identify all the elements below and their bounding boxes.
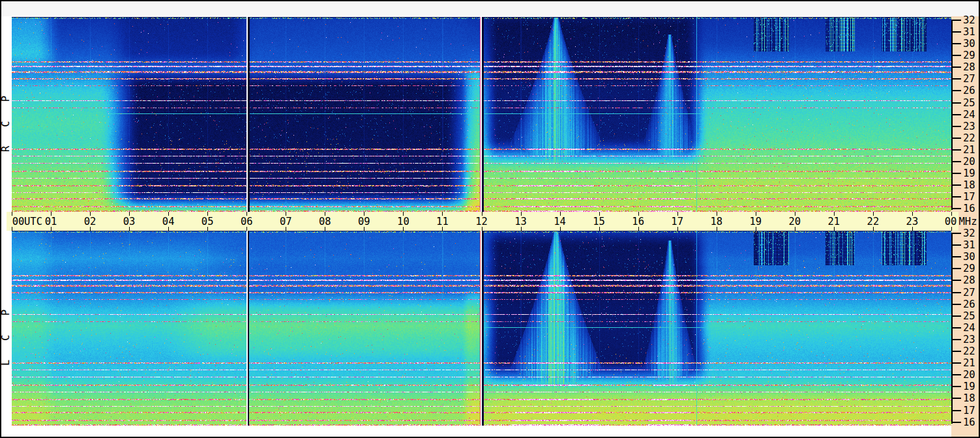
frequency-tick-label: 28 xyxy=(963,61,979,73)
frequency-tick xyxy=(951,244,961,246)
frequency-tick xyxy=(951,233,961,234)
time-tick-label: 14 xyxy=(548,212,572,231)
frequency-tick-label: 19 xyxy=(963,381,979,392)
rcp-polarization-label: RCP xyxy=(1,77,11,152)
frequency-tick-label: 25 xyxy=(963,310,979,322)
time-tick-label: 16 xyxy=(627,212,650,231)
spectrogram-image: AJ4CO Observatory 13 Sep 2023 - DPS on T… xyxy=(0,0,980,438)
frequency-tick xyxy=(951,20,961,21)
time-tick-label: 11 xyxy=(430,212,454,231)
frequency-tick-label: 16 xyxy=(963,203,979,214)
frequency-tick-label: 17 xyxy=(963,405,979,416)
frequency-tick xyxy=(951,304,961,305)
frequency-tick xyxy=(951,161,961,162)
frequency-tick xyxy=(951,43,961,44)
time-tick-label: 04 xyxy=(156,212,180,231)
frequency-tick-label: 22 xyxy=(963,132,979,144)
frequency-tick-label: 31 xyxy=(963,239,979,251)
time-axis: 0001020304050607080910111213141516171819… xyxy=(7,212,958,231)
frequency-tick-label: 22 xyxy=(963,345,979,357)
title-bar: AJ4CO Observatory 13 Sep 2023 - DPS on T… xyxy=(1,1,979,16)
frequency-tick-label: 18 xyxy=(963,392,979,404)
frequency-tick xyxy=(951,351,961,352)
frequency-tick xyxy=(951,339,961,340)
frequency-tick xyxy=(951,386,961,387)
frequency-tick-label: 16 xyxy=(963,416,979,428)
lcp-polarization-label: LCP xyxy=(1,291,11,366)
frequency-tick xyxy=(951,398,961,399)
frequency-tick xyxy=(951,256,961,257)
time-tick-label: 22 xyxy=(861,212,885,231)
frequency-tick-label: 21 xyxy=(963,357,979,369)
time-tick-label: 21 xyxy=(822,212,846,231)
frequency-tick xyxy=(951,327,961,328)
lcp-spectrogram-heatmap xyxy=(12,231,951,426)
frequency-tick xyxy=(951,208,961,209)
frequency-tick-label: 28 xyxy=(963,274,979,286)
frequency-tick-label: 18 xyxy=(963,179,979,191)
frequency-tick xyxy=(951,114,961,115)
frequency-tick xyxy=(951,410,961,411)
frequency-tick xyxy=(951,374,961,375)
frequency-tick-label: 24 xyxy=(963,322,979,334)
time-tick-label: 20 xyxy=(783,212,807,231)
lcp-label-margin: LCP xyxy=(1,231,11,426)
frequency-tick-label: 27 xyxy=(963,73,979,85)
frequency-tick-label: 19 xyxy=(963,168,979,179)
frequency-tick-label: 20 xyxy=(963,369,979,381)
frequency-tick-label: 32 xyxy=(963,227,979,239)
frequency-tick xyxy=(951,280,961,281)
time-tick-label: 09 xyxy=(352,212,376,231)
frequency-tick xyxy=(951,55,961,56)
frequency-tick-label: 21 xyxy=(963,144,979,156)
time-tick-label: 07 xyxy=(274,212,297,231)
time-tick-label: 13 xyxy=(509,212,533,231)
frequency-tick-label: 26 xyxy=(963,85,979,96)
frequency-tick xyxy=(951,196,961,197)
time-tick-label: 10 xyxy=(391,212,415,231)
frequency-tick-label: 31 xyxy=(963,26,979,38)
time-tick-label: 12 xyxy=(470,212,494,231)
frequency-tick-label: 29 xyxy=(963,263,979,274)
time-tick-label: 06 xyxy=(235,212,258,231)
frequency-tick-label: 17 xyxy=(963,191,979,203)
frequency-tick xyxy=(951,138,961,139)
time-tick-label: 18 xyxy=(705,212,728,231)
frequency-tick xyxy=(951,31,961,33)
frequency-tick xyxy=(951,173,961,174)
time-tick-label: 15 xyxy=(587,212,611,231)
frequency-tick xyxy=(951,362,961,364)
frequency-tick xyxy=(951,102,961,104)
frequency-tick-label: 23 xyxy=(963,334,979,345)
time-tick-label: 17 xyxy=(666,212,689,231)
frequency-tick xyxy=(951,78,961,80)
time-tick-label: 05 xyxy=(196,212,219,231)
frequency-tick-label: 30 xyxy=(963,38,979,50)
frequency-tick-label: 25 xyxy=(963,97,979,109)
frequency-tick-label: 24 xyxy=(963,109,979,121)
frequency-tick xyxy=(951,66,961,68)
frequency-tick xyxy=(951,315,961,317)
frequency-tick-label: 20 xyxy=(963,156,979,168)
time-axis-utc-label: UTC xyxy=(20,212,46,231)
frequency-tick xyxy=(951,292,961,293)
rcp-label-margin: RCP xyxy=(1,17,11,212)
time-tick-label: 19 xyxy=(744,212,767,231)
frequency-tick-label: 32 xyxy=(963,14,979,26)
time-tick-label: 08 xyxy=(313,212,336,231)
rcp-spectrogram-heatmap xyxy=(12,17,951,212)
frequency-tick-label: 29 xyxy=(963,50,979,61)
frequency-tick-label: 30 xyxy=(963,251,979,263)
frequency-tick xyxy=(951,90,961,91)
frequency-tick-label: 23 xyxy=(963,121,979,132)
frequency-tick xyxy=(951,126,961,127)
time-tick-label: 02 xyxy=(78,212,102,231)
frequency-tick xyxy=(951,184,961,186)
frequency-tick-label: 26 xyxy=(963,299,979,310)
frequency-tick xyxy=(951,149,961,151)
frequency-tick xyxy=(951,422,961,423)
time-tick-label: 03 xyxy=(117,212,141,231)
time-tick-label: 23 xyxy=(900,212,924,231)
frequency-tick-label: 27 xyxy=(963,287,979,299)
frequency-tick xyxy=(951,268,961,269)
